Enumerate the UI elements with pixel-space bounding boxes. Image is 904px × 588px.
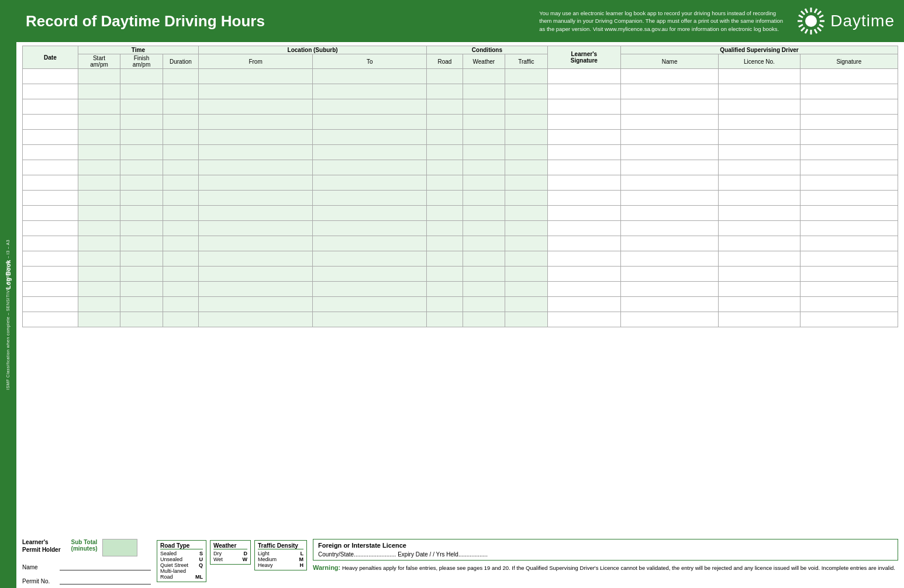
traffic-cell[interactable] xyxy=(505,236,548,251)
date-cell[interactable] xyxy=(23,69,78,84)
start-cell[interactable] xyxy=(78,69,120,84)
traffic-cell[interactable] xyxy=(505,99,548,115)
licence-no-cell[interactable] xyxy=(719,175,800,191)
start-cell[interactable] xyxy=(78,267,120,282)
licence-no-cell[interactable] xyxy=(719,69,800,84)
date-cell[interactable] xyxy=(23,175,78,191)
weather-cell[interactable] xyxy=(463,115,505,130)
road-cell[interactable] xyxy=(427,206,463,221)
traffic-cell[interactable] xyxy=(505,115,548,130)
learner-sig-cell[interactable] xyxy=(547,130,620,145)
licence-no-cell[interactable] xyxy=(719,191,800,206)
to-cell[interactable] xyxy=(313,282,427,297)
traffic-cell[interactable] xyxy=(505,175,548,191)
to-cell[interactable] xyxy=(313,84,427,99)
supervisor-sig-cell[interactable] xyxy=(800,282,898,297)
date-cell[interactable] xyxy=(23,115,78,130)
finish-cell[interactable] xyxy=(120,130,163,145)
from-cell[interactable] xyxy=(199,251,313,267)
start-cell[interactable] xyxy=(78,312,120,327)
start-cell[interactable] xyxy=(78,115,120,130)
traffic-cell[interactable] xyxy=(505,84,548,99)
supervisor-sig-cell[interactable] xyxy=(800,236,898,251)
supervisor-name-cell[interactable] xyxy=(621,84,719,99)
supervisor-sig-cell[interactable] xyxy=(800,267,898,282)
weather-cell[interactable] xyxy=(463,69,505,84)
supervisor-name-cell[interactable] xyxy=(621,251,719,267)
road-cell[interactable] xyxy=(427,160,463,175)
weather-cell[interactable] xyxy=(463,236,505,251)
start-cell[interactable] xyxy=(78,206,120,221)
to-cell[interactable] xyxy=(313,175,427,191)
supervisor-sig-cell[interactable] xyxy=(800,160,898,175)
traffic-cell[interactable] xyxy=(505,130,548,145)
traffic-cell[interactable] xyxy=(505,282,548,297)
supervisor-name-cell[interactable] xyxy=(621,282,719,297)
to-cell[interactable] xyxy=(313,236,427,251)
supervisor-name-cell[interactable] xyxy=(621,312,719,327)
learner-sig-cell[interactable] xyxy=(547,145,620,160)
road-cell[interactable] xyxy=(427,69,463,84)
from-cell[interactable] xyxy=(199,145,313,160)
weather-cell[interactable] xyxy=(463,297,505,312)
date-cell[interactable] xyxy=(23,251,78,267)
supervisor-sig-cell[interactable] xyxy=(800,312,898,327)
start-cell[interactable] xyxy=(78,191,120,206)
finish-cell[interactable] xyxy=(120,99,163,115)
start-cell[interactable] xyxy=(78,160,120,175)
to-cell[interactable] xyxy=(313,206,427,221)
learner-sig-cell[interactable] xyxy=(547,175,620,191)
start-cell[interactable] xyxy=(78,236,120,251)
weather-cell[interactable] xyxy=(463,221,505,236)
learner-sig-cell[interactable] xyxy=(547,160,620,175)
weather-cell[interactable] xyxy=(463,145,505,160)
licence-no-cell[interactable] xyxy=(719,130,800,145)
start-cell[interactable] xyxy=(78,175,120,191)
supervisor-name-cell[interactable] xyxy=(621,145,719,160)
finish-cell[interactable] xyxy=(120,267,163,282)
finish-cell[interactable] xyxy=(120,312,163,327)
road-cell[interactable] xyxy=(427,236,463,251)
road-cell[interactable] xyxy=(427,145,463,160)
date-cell[interactable] xyxy=(23,297,78,312)
licence-no-cell[interactable] xyxy=(719,312,800,327)
duration-cell[interactable] xyxy=(163,99,198,115)
date-cell[interactable] xyxy=(23,221,78,236)
learner-sig-cell[interactable] xyxy=(547,282,620,297)
from-cell[interactable] xyxy=(199,236,313,251)
road-cell[interactable] xyxy=(427,115,463,130)
learner-sig-cell[interactable] xyxy=(547,312,620,327)
road-cell[interactable] xyxy=(427,312,463,327)
finish-cell[interactable] xyxy=(120,251,163,267)
licence-no-cell[interactable] xyxy=(719,297,800,312)
road-cell[interactable] xyxy=(427,99,463,115)
duration-cell[interactable] xyxy=(163,251,198,267)
learner-sig-cell[interactable] xyxy=(547,251,620,267)
traffic-cell[interactable] xyxy=(505,221,548,236)
supervisor-name-cell[interactable] xyxy=(621,115,719,130)
to-cell[interactable] xyxy=(313,69,427,84)
learner-sig-cell[interactable] xyxy=(547,297,620,312)
date-cell[interactable] xyxy=(23,206,78,221)
road-cell[interactable] xyxy=(427,267,463,282)
from-cell[interactable] xyxy=(199,115,313,130)
duration-cell[interactable] xyxy=(163,221,198,236)
to-cell[interactable] xyxy=(313,115,427,130)
supervisor-sig-cell[interactable] xyxy=(800,145,898,160)
date-cell[interactable] xyxy=(23,160,78,175)
duration-cell[interactable] xyxy=(163,191,198,206)
supervisor-sig-cell[interactable] xyxy=(800,175,898,191)
from-cell[interactable] xyxy=(199,69,313,84)
licence-no-cell[interactable] xyxy=(719,267,800,282)
supervisor-name-cell[interactable] xyxy=(621,221,719,236)
supervisor-sig-cell[interactable] xyxy=(800,191,898,206)
finish-cell[interactable] xyxy=(120,297,163,312)
finish-cell[interactable] xyxy=(120,282,163,297)
learner-sig-cell[interactable] xyxy=(547,206,620,221)
learner-sig-cell[interactable] xyxy=(547,84,620,99)
to-cell[interactable] xyxy=(313,130,427,145)
to-cell[interactable] xyxy=(313,312,427,327)
from-cell[interactable] xyxy=(199,297,313,312)
from-cell[interactable] xyxy=(199,282,313,297)
supervisor-sig-cell[interactable] xyxy=(800,221,898,236)
